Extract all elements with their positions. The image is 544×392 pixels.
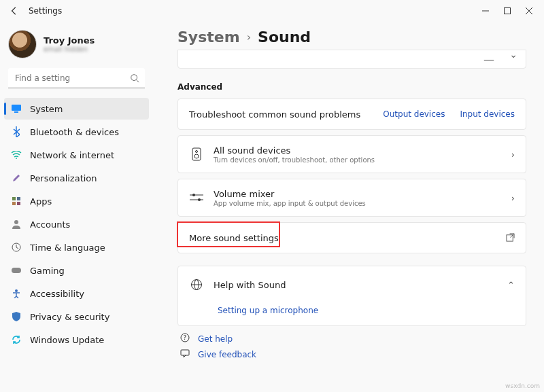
- search-icon: [130, 73, 139, 86]
- breadcrumb-root[interactable]: System: [177, 29, 240, 46]
- svg-rect-30: [181, 350, 189, 355]
- svg-rect-10: [17, 197, 20, 200]
- sidebar-item-label: System: [30, 104, 63, 114]
- chevron-right-icon: ›: [511, 193, 515, 203]
- svg-point-13: [14, 220, 18, 224]
- get-help-link[interactable]: ? Get help: [180, 333, 526, 344]
- brush-icon: [11, 173, 22, 183]
- feedback-icon: [180, 349, 191, 360]
- svg-point-22: [192, 194, 195, 196]
- sidebar-item-label: Accounts: [30, 219, 70, 230]
- back-button[interactable]: [8, 5, 20, 17]
- help-icon: ?: [180, 333, 191, 344]
- svg-rect-9: [12, 197, 16, 200]
- sidebar-item-label: Accessibility: [30, 289, 84, 299]
- mixer-icon: [189, 193, 204, 202]
- minimize-button[interactable]: [475, 1, 496, 20]
- sidebar-item-privacy[interactable]: Privacy & security: [4, 306, 149, 327]
- search-input[interactable]: [8, 68, 145, 88]
- chevron-down-icon: ⌄: [509, 49, 517, 60]
- nav: SystemBluetooth & devicesNetwork & inter…: [4, 98, 149, 351]
- svg-rect-11: [12, 202, 16, 205]
- globe-help-icon: [189, 279, 204, 291]
- clock-icon: [11, 242, 22, 253]
- close-button[interactable]: [518, 1, 540, 20]
- gamepad-icon: [11, 265, 22, 276]
- external-link-icon: [506, 232, 515, 245]
- breadcrumb: System › Sound: [177, 29, 526, 46]
- sidebar: Troy Jones email hidden SystemBluetooth …: [0, 22, 153, 392]
- sidebar-item-bluetooth[interactable]: Bluetooth & devices: [4, 121, 149, 143]
- sidebar-item-label: Bluetooth & devices: [30, 127, 119, 137]
- troubleshoot-card: Troubleshoot common sound problems Outpu…: [177, 99, 526, 130]
- speaker-icon: [189, 147, 204, 161]
- mixer-desc: App volume mix, app input & output devic…: [214, 200, 366, 207]
- volume-mixer-row[interactable]: Volume mixer App volume mix, app input &…: [177, 179, 526, 217]
- sidebar-item-apps[interactable]: Apps: [4, 190, 149, 212]
- maximize-button[interactable]: [496, 1, 518, 20]
- sidebar-item-label: Personalization: [30, 173, 97, 183]
- svg-rect-1: [505, 8, 511, 14]
- sidebar-item-update[interactable]: Windows Update: [4, 329, 149, 351]
- help-title: Help with Sound: [214, 280, 286, 290]
- arrow-left-icon: [10, 6, 19, 16]
- svg-point-23: [198, 198, 201, 201]
- sidebar-item-label: Network & internet: [30, 150, 114, 160]
- section-advanced: Advanced: [177, 82, 526, 92]
- svg-rect-6: [12, 105, 21, 111]
- main: System › Sound ⌄ — Advanced Troubleshoot…: [153, 22, 544, 392]
- wifi-icon: [11, 149, 22, 160]
- grid-icon: [11, 196, 22, 207]
- sidebar-item-accounts[interactable]: Accounts: [4, 213, 149, 235]
- help-microphone-link[interactable]: Setting up a microphone: [218, 306, 318, 315]
- sidebar-item-gaming[interactable]: Gaming: [4, 260, 149, 281]
- titlebar: Settings: [0, 0, 544, 22]
- more-title: More sound settings: [189, 233, 279, 243]
- volume-card-collapsed[interactable]: ⌄ —: [177, 50, 526, 69]
- output-devices-link[interactable]: Output devices: [383, 109, 445, 119]
- close-icon: [526, 7, 532, 14]
- sidebar-item-label: Apps: [30, 196, 52, 207]
- sidebar-item-accessibility[interactable]: Accessibility: [4, 283, 149, 304]
- chevron-up-icon: ⌃: [507, 280, 515, 290]
- more-sound-settings-row[interactable]: More sound settings: [177, 222, 526, 253]
- help-with-sound-card: Help with Sound ⌃ Setting up a microphon…: [177, 266, 526, 326]
- user-name: Troy Jones: [44, 35, 95, 46]
- maximize-icon: [504, 7, 511, 14]
- sidebar-item-label: Windows Update: [30, 335, 104, 345]
- search-wrap: [8, 68, 145, 88]
- chevron-right-icon: ›: [511, 149, 515, 160]
- all-sound-devices-row[interactable]: All sound devices Turn devices on/off, t…: [177, 135, 526, 173]
- sidebar-item-personalization[interactable]: Personalization: [4, 167, 149, 189]
- update-icon: [11, 334, 22, 345]
- sidebar-item-time[interactable]: Time & language: [4, 236, 149, 258]
- mixer-title: Volume mixer: [214, 189, 366, 199]
- sidebar-item-system[interactable]: System: [4, 98, 149, 120]
- sidebar-item-label: Gaming: [30, 266, 65, 276]
- feedback-link[interactable]: Give feedback: [180, 349, 526, 360]
- monitor-icon: [11, 103, 22, 114]
- user-email: email hidden: [44, 46, 95, 53]
- svg-rect-7: [14, 111, 18, 113]
- all-devices-title: All sound devices: [214, 145, 375, 156]
- minimize-icon: [482, 7, 489, 14]
- sidebar-item-label: Privacy & security: [30, 312, 109, 322]
- window-title: Settings: [29, 6, 62, 16]
- svg-rect-15: [12, 268, 21, 273]
- footer-links: ? Get help Give feedback: [177, 333, 526, 360]
- svg-point-4: [131, 75, 137, 81]
- svg-text:?: ?: [184, 334, 187, 341]
- svg-line-5: [137, 80, 139, 83]
- person-icon: [11, 219, 22, 230]
- help-header-row[interactable]: Help with Sound ⌃: [178, 266, 526, 303]
- sidebar-item-network[interactable]: Network & internet: [4, 144, 149, 166]
- sidebar-item-label: Time & language: [30, 243, 105, 253]
- svg-rect-12: [17, 202, 20, 205]
- shield-icon: [11, 311, 22, 322]
- svg-point-8: [16, 158, 17, 159]
- user-block[interactable]: Troy Jones email hidden: [4, 26, 149, 68]
- access-icon: [11, 288, 22, 299]
- svg-point-18: [196, 151, 198, 153]
- input-devices-link[interactable]: Input devices: [460, 109, 515, 119]
- chevron-right-icon: ›: [247, 31, 251, 43]
